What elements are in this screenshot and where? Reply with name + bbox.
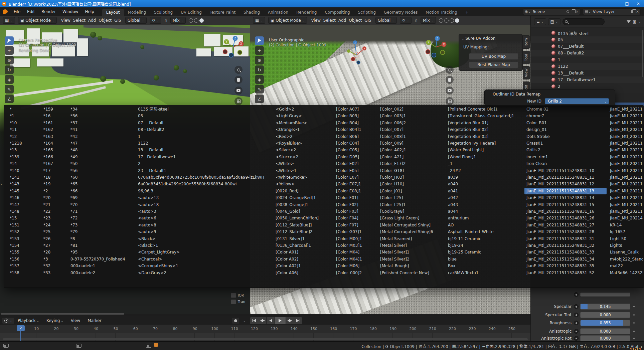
dropdown-item[interactable]: *152 [8,228,40,235]
dropdown-item[interactable]: [Color_006]2 [378,120,445,126]
dropdown-item[interactable]: [Color_A21] [378,154,445,160]
best-planar-map-button[interactable]: Best Planar Map [469,61,518,68]
dropdown-item[interactable]: *50 [68,160,135,167]
dropdown-item[interactable]: 2 [136,160,272,167]
dropdown-item[interactable]: KR-14 [608,222,643,228]
dropdown-item[interactable]: [Color C05] [334,147,377,153]
dropdown-item[interactable]: JianE_Mtl_2021115115248831_35 [524,262,607,269]
dropdown-item[interactable]: [Color_008]1 [378,133,445,140]
dropdown-item[interactable]: <Orange>1 [274,126,333,133]
tab-texture-paint[interactable]: Texture Paint [206,9,239,16]
dropdown-item[interactable]: *13 [8,147,40,153]
menu-select[interactable]: Select [322,18,337,23]
dropdown-item[interactable]: *79 [68,228,135,235]
dropdown-item[interactable]: *81 [68,242,135,249]
dropdown-item[interactable]: *49 [68,154,135,160]
editor-type-icon[interactable]: ▦⌄ [3,17,15,24]
dropdown-item[interactable]: *3 [41,256,67,262]
dropdown-item[interactable]: [Color M04]1 [334,256,377,262]
dropdown-item[interactable]: 0-370-55720370_Polished4 [68,256,135,262]
dropdown-item[interactable]: [Color A01] [274,249,333,255]
menu-add[interactable]: Add [87,18,97,23]
scene-name[interactable]: Scene [533,9,565,14]
view-layer-icon[interactable]: ▤⌄ [585,9,591,14]
jump-to-end-button[interactable] [294,317,302,324]
dropdown-item[interactable]: Grass01 [524,140,607,147]
dropdown-item[interactable]: *60 [68,174,135,181]
dropdown-item[interactable]: [Color F01] [334,194,377,201]
dropdown-item[interactable]: 000xiadele2 [68,270,135,276]
shading-mode-right[interactable] [439,18,459,23]
dropdown-item[interactable]: [Color B03] [334,113,377,119]
dropdown-item[interactable]: * [8,106,40,113]
dropdown-item[interactable]: *32 [41,262,67,269]
dropdown-item[interactable]: <LightGray> [274,113,333,119]
dropdown-item[interactable]: [Vegetation Blur 02] [446,126,525,133]
dropdown-item[interactable]: [0046_Gold] [274,208,333,215]
dropdown-item[interactable]: *139 [8,154,40,160]
pan-hand-icon[interactable] [446,76,454,84]
material-name[interactable]: 05 [558,37,563,42]
pan-hand-icon[interactable] [234,76,243,84]
dropdown-item[interactable]: <auto>6 [136,215,272,221]
timeline-menu-view[interactable]: View [68,316,83,325]
tab-motion-tracking[interactable]: Motion Tracking [422,9,461,16]
dropdown-item[interactable]: [Color M03]1 [334,242,377,249]
dropdown-item[interactable]: [Color E02] [334,160,377,167]
dropdown-item[interactable]: *27 [41,242,67,249]
dropdown-item[interactable]: *158 [8,270,40,276]
material-name[interactable]: 08 - Default2 [558,51,584,55]
dropdown-item[interactable]: *164 [41,140,67,147]
playhead-line[interactable] [20,331,21,341]
dropdown-item[interactable]: [Color M04] [334,249,377,255]
property-slider-roughness[interactable]: 0.855 [580,320,630,326]
dropdown-item[interactable]: JianE_Mtl_2021115115248831_15 [524,201,607,208]
dropdown-item[interactable]: [Color E07] [334,174,377,181]
dropdown-item[interactable]: <MediumBlue> [274,120,333,126]
cursor-tool[interactable]: + [5,46,14,55]
new-id-dropdown[interactable]: Grills 2 ⌄ [545,98,609,104]
move-tool[interactable]: ⊕ [255,56,264,64]
dropdown-item[interactable]: [Color A02] [274,256,333,262]
dropdown-item[interactable]: JianE_Mtl_2021115115248831_26 [524,215,607,221]
timeline-menu-marker[interactable]: Marker [85,316,104,325]
dropdown-item[interactable]: [Color_003]1 [378,113,445,119]
npanel-tab-item[interactable]: Item [523,35,530,49]
snap-magnet-icon[interactable]: ∩ [164,18,167,23]
transmission-field[interactable] [231,300,236,304]
dropdown-item[interactable]: *140 [8,167,40,174]
dropdown-item[interactable]: [Color B06] [334,133,377,140]
dropdown-item[interactable]: Lisanne_Caulk [608,249,643,255]
dropdown-item[interactable]: *70 [68,201,135,208]
dropdown-item[interactable]: 07___Default [136,120,272,126]
tab-uv-editing[interactable]: UV Editing [177,9,206,16]
dropdown-item[interactable]: [Color G07]1 [334,228,377,235]
dropdown-item[interactable]: _1 [446,160,525,167]
dropdown-item[interactable]: *145 [8,188,40,194]
dropdown-item[interactable]: <WhiteSmoke> [274,174,333,181]
dropdown-item[interactable]: JianE_Mtl_202111 [608,120,643,126]
dropdown-item[interactable]: *37 [68,120,135,126]
animate-property-dot[interactable] [633,314,635,316]
dropdown-item[interactable]: <Carpet_LightGray> [136,249,272,255]
dropdown-item[interactable]: [Color A07] [334,106,377,113]
select-box-tool[interactable] [5,36,14,45]
dropdown-item[interactable]: mat22 [608,262,643,269]
maximize-button[interactable]: □ [621,1,633,6]
rotate-tool[interactable]: ↻ [255,65,264,74]
dropdown-item[interactable]: m4obj222_Standa [608,256,643,262]
property-slider-specular-tint[interactable]: 0.000 [580,312,630,318]
rotate-tool[interactable]: ↻ [5,65,14,74]
dropdown-item[interactable]: [Metal Corrugated Shiny]6 [378,228,445,235]
annotate-tool[interactable]: ✎ [255,85,264,94]
outliner-item[interactable]: 13___Default [531,70,644,76]
dropdown-item[interactable]: [Color C04] [334,140,377,147]
menu-file[interactable]: File [10,7,24,16]
timeline-menu-playback[interactable]: Playback ⌄ [15,316,42,325]
dropdown-item[interactable]: 96,96,3 [136,188,272,194]
dropdown-item[interactable]: JianE_Mtl_2021115115248831_11 [524,174,607,181]
dropdown-item[interactable]: *17 [41,167,67,174]
dropdown-item[interactable]: *157 [8,262,40,269]
dropdown-item[interactable]: *162 [41,126,67,133]
dropdown-item[interactable]: *167 [41,160,67,167]
